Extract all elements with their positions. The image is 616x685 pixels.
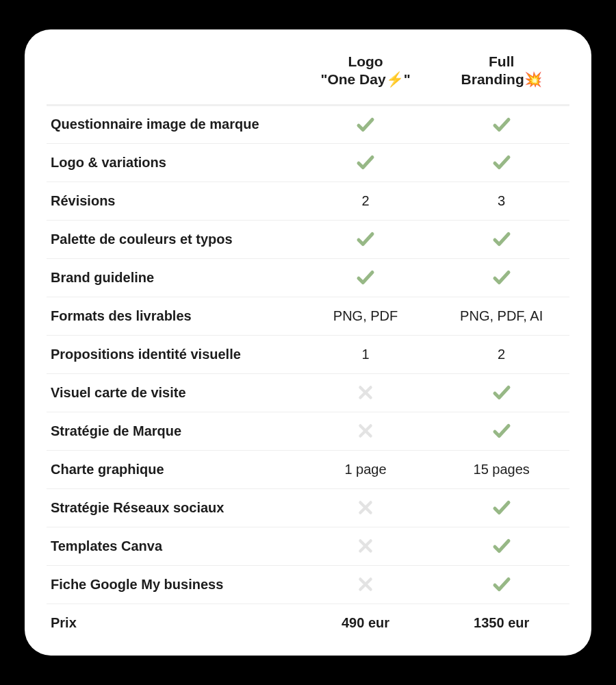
table-row: Propositions identité visuelle12 [47,335,569,373]
feature-label: Stratégie de Marque [47,412,298,450]
table-row: Stratégie Réseaux sociaux [47,488,569,527]
feature-value [433,373,569,412]
cross-icon [357,537,374,555]
check-icon [355,267,376,288]
price-label: Prix [47,603,298,642]
check-icon [491,382,512,403]
table-row: Formats des livrablesPNG, PDFPNG, PDF, A… [47,297,569,335]
plan-name-line1: Full [489,53,514,69]
feature-value: 3 [433,182,569,220]
check-icon [355,229,376,249]
check-icon [491,152,512,173]
plan-name-line2: Branding💥 [461,71,542,87]
plan-name-line1: Logo [348,53,383,69]
cross-icon [357,384,374,401]
header-row: Logo "One Day⚡" Full Branding💥 [47,47,569,105]
header-empty [47,47,298,105]
feature-label: Logo & variations [47,143,298,182]
table-row: Fiche Google My business [47,565,569,603]
price-value: 490 eur [298,603,434,642]
feature-label: Révisions [47,182,298,220]
feature-label: Visuel carte de visite [47,373,298,412]
feature-value: 15 pages [433,450,569,488]
feature-label: Propositions identité visuelle [47,335,298,373]
feature-value: 2 [433,335,569,373]
feature-label: Charte graphique [47,450,298,488]
check-icon [491,229,512,249]
pricing-table: Logo "One Day⚡" Full Branding💥 Questionn… [47,47,569,642]
table-row: Brand guideline [47,258,569,297]
feature-value [433,565,569,603]
table-row: Stratégie de Marque [47,412,569,450]
feature-value: PNG, PDF, AI [433,297,569,335]
plan-name-line2: "One Day⚡" [320,71,410,87]
check-icon [491,574,512,595]
feature-value: PNG, PDF [298,297,434,335]
check-icon [491,497,512,518]
feature-value [298,143,434,182]
table-row: Questionnaire image de marque [47,105,569,143]
feature-value [298,412,434,450]
feature-value [433,488,569,527]
table-row: Palette de couleurs et typos [47,220,569,258]
feature-label: Fiche Google My business [47,565,298,603]
check-icon [491,114,512,135]
feature-label: Brand guideline [47,258,298,297]
feature-value: 1 page [298,450,434,488]
table-row: Révisions23 [47,182,569,220]
feature-value [298,220,434,258]
feature-label: Formats des livrables [47,297,298,335]
price-row: Prix490 eur1350 eur [47,603,569,642]
feature-value [298,373,434,412]
feature-value [433,143,569,182]
table-row: Logo & variations [47,143,569,182]
feature-value [433,527,569,565]
feature-value [433,412,569,450]
price-value: 1350 eur [433,603,569,642]
feature-value [433,220,569,258]
feature-value [298,258,434,297]
feature-value [298,488,434,527]
feature-label: Stratégie Réseaux sociaux [47,488,298,527]
check-icon [355,152,376,173]
table-row: Visuel carte de visite [47,373,569,412]
feature-value: 1 [298,335,434,373]
cross-icon [357,575,374,593]
pricing-table-body: Questionnaire image de marqueLogo & vari… [47,105,569,642]
feature-label: Templates Canva [47,527,298,565]
cross-icon [357,499,374,516]
feature-value [433,105,569,143]
check-icon [355,114,376,135]
feature-label: Palette de couleurs et typos [47,220,298,258]
table-row: Charte graphique1 page15 pages [47,450,569,488]
feature-value [433,258,569,297]
feature-value [298,527,434,565]
feature-value: 2 [298,182,434,220]
plan-header-1: Full Branding💥 [433,47,569,105]
check-icon [491,536,512,556]
feature-value [298,105,434,143]
cross-icon [357,422,374,440]
feature-value [298,565,434,603]
table-row: Templates Canva [47,527,569,565]
pricing-comparison-card: Logo "One Day⚡" Full Branding💥 Questionn… [25,29,591,656]
check-icon [491,421,512,441]
plan-header-0: Logo "One Day⚡" [298,47,434,105]
check-icon [491,267,512,288]
feature-label: Questionnaire image de marque [47,105,298,143]
